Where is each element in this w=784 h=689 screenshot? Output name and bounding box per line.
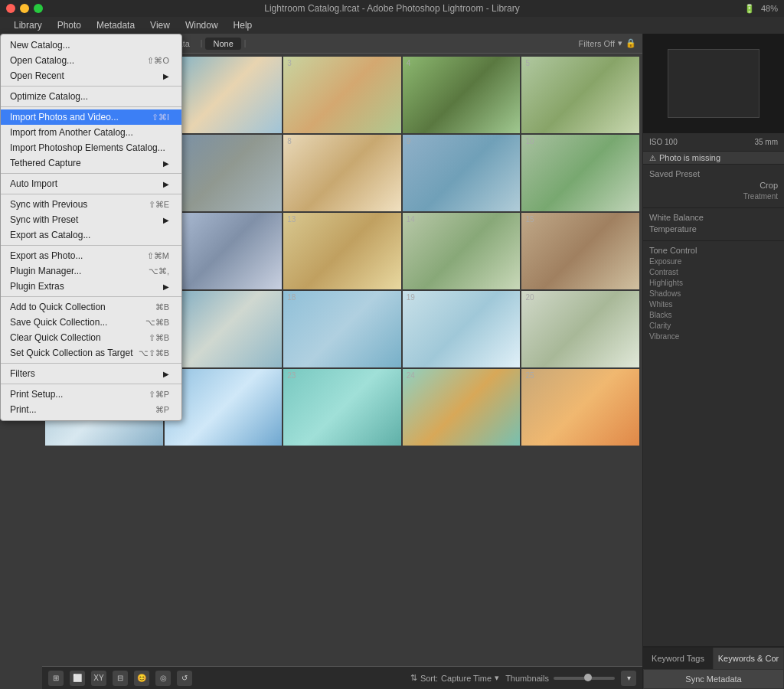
- dd-new-catalog[interactable]: New Catalog...: [1, 38, 181, 53]
- photo-missing-bar: ⚠ Photo is missing: [643, 152, 784, 165]
- photo-cell-3[interactable]: 3: [283, 57, 401, 133]
- preview-area: [643, 34, 784, 133]
- sort-section: ⇅ Sort: Capture Time ▾: [410, 673, 499, 683]
- thumbnails-label: Thumbnails: [505, 674, 549, 683]
- dd-set-quick-target[interactable]: Set Quick Collection as Target ⌥⇧⌘B: [1, 345, 181, 361]
- spray-btn[interactable]: ◎: [155, 671, 171, 686]
- dd-sep-3: [1, 173, 181, 174]
- dd-add-quick[interactable]: Add to Quick Collection ⌘B: [1, 299, 181, 315]
- grid-view-btn[interactable]: ⊞: [48, 671, 64, 686]
- sync-metadata-label: Sync Metadata: [685, 674, 741, 684]
- filter-lock-icon[interactable]: 🔒: [626, 38, 636, 48]
- dd-import-photos[interactable]: Import Photos and Video... ⇧⌘I: [1, 109, 181, 125]
- compare-view-btn[interactable]: XY: [91, 671, 106, 686]
- thumb-slider-knob: [584, 674, 592, 681]
- photo-cell-25[interactable]: 25: [521, 369, 639, 446]
- crop-value[interactable]: Crop: [760, 181, 778, 190]
- photo-cell-19[interactable]: 19: [403, 291, 521, 367]
- dd-plugin-extras[interactable]: Plugin Extras ▶: [1, 279, 181, 294]
- people-view-btn[interactable]: 😊: [134, 671, 149, 686]
- lens-label: 35 mm: [754, 138, 778, 146]
- photo-cell-24[interactable]: 24: [403, 369, 521, 446]
- menu-metadata[interactable]: Metadata: [90, 18, 141, 32]
- dd-sep-1: [1, 86, 181, 87]
- photo-cell-13[interactable]: 13: [283, 213, 401, 289]
- menu-window[interactable]: Window: [179, 18, 224, 32]
- saved-preset-section: Saved Preset Crop Treatment: [643, 165, 784, 208]
- saved-preset-row: Saved Preset: [649, 169, 778, 178]
- filter-off-label: Filters Off: [579, 39, 615, 48]
- menu-library[interactable]: Library: [8, 18, 48, 32]
- dd-auto-import[interactable]: Auto Import ▶: [1, 176, 181, 191]
- photo-missing-label: Photo is missing: [659, 153, 720, 162]
- photo-cell-8[interactable]: 8: [283, 135, 401, 211]
- temp-label: Temperature: [649, 224, 697, 233]
- photo-cell-4[interactable]: 4: [403, 57, 521, 133]
- expand-filmstrip-btn[interactable]: ▾: [621, 671, 636, 686]
- dd-sep-6: [1, 296, 181, 297]
- window-title: Lightroom Catalog.lrcat - Adobe Photosho…: [264, 3, 520, 14]
- dd-open-recent[interactable]: Open Recent ▶: [1, 68, 181, 83]
- menu-photo[interactable]: Photo: [51, 18, 87, 32]
- dd-export-catalog[interactable]: Export as Catalog...: [1, 227, 181, 243]
- contrast-row: Contrast: [649, 268, 778, 276]
- menu-bar: Library Photo Metadata View Window Help: [0, 17, 784, 34]
- dd-sync-preset[interactable]: Sync with Preset ▶: [1, 212, 181, 227]
- dd-print[interactable]: Print... ⌘P: [1, 402, 181, 417]
- dd-import-elements[interactable]: Import Photoshop Elements Catalog...: [1, 140, 181, 155]
- photo-cell-9[interactable]: 9: [403, 135, 521, 211]
- dd-open-catalog[interactable]: Open Catalog... ⇧⌘O: [1, 53, 181, 68]
- dd-import-another[interactable]: Import from Another Catalog...: [1, 125, 181, 140]
- dd-plugin-manager[interactable]: Plugin Manager... ⌥⌘,: [1, 263, 181, 279]
- sort-dropdown-icon[interactable]: ▾: [495, 673, 499, 683]
- whites-label: Whites: [649, 300, 673, 309]
- warning-icon: ⚠: [649, 154, 656, 162]
- menu-help[interactable]: Help: [227, 18, 259, 32]
- battery-label: 48%: [761, 4, 778, 13]
- sync-metadata-button[interactable]: Sync Metadata: [643, 669, 784, 689]
- vibrance-row: Vibrance: [649, 332, 778, 341]
- sort-value[interactable]: Capture Time: [441, 674, 492, 683]
- survey-view-btn[interactable]: ⊟: [113, 671, 128, 686]
- filter-dropdown-icon[interactable]: ▾: [618, 38, 622, 48]
- dd-optimize-catalog[interactable]: Optimize Catalog...: [1, 89, 181, 104]
- keywords-cor-label: Keywords & Cor: [718, 654, 779, 663]
- menu-view[interactable]: View: [144, 18, 176, 32]
- treatment-value[interactable]: Treatment: [743, 192, 778, 201]
- keyword-tags-tab[interactable]: Keyword Tags: [643, 648, 714, 669]
- tone-control-section: Tone Control Exposure Contrast Highlight…: [643, 241, 784, 647]
- photo-cell-10[interactable]: 10: [521, 135, 639, 211]
- filter-tab-none[interactable]: None: [205, 38, 240, 50]
- dd-sync-previous[interactable]: Sync with Previous ⇧⌘E: [1, 197, 181, 212]
- photo-cell-18[interactable]: 18: [283, 291, 401, 367]
- dd-save-quick[interactable]: Save Quick Collection... ⌥⌘B: [1, 315, 181, 330]
- photo-cell-14[interactable]: 14: [403, 213, 521, 289]
- right-panel-bottom: Keyword Tags Keywords & Cor Sync Metadat…: [643, 647, 784, 689]
- dd-export-photo[interactable]: Export as Photo... ⇧⌘M: [1, 248, 181, 263]
- rotate-btn[interactable]: ↺: [177, 671, 192, 686]
- dd-tethered[interactable]: Tethered Capture ▶: [1, 155, 181, 171]
- close-button[interactable]: [6, 4, 15, 13]
- photo-cell-23[interactable]: 23: [283, 369, 401, 446]
- dd-sep-5: [1, 245, 181, 246]
- photo-cell-5[interactable]: 5: [521, 57, 639, 133]
- dd-print-setup[interactable]: Print Setup... ⇧⌘P: [1, 387, 181, 402]
- clarity-label: Clarity: [649, 322, 671, 330]
- title-bar: Lightroom Catalog.lrcat - Adobe Photosho…: [0, 0, 784, 17]
- shadows-label: Shadows: [649, 289, 681, 298]
- photo-meta-row: ISO 100 35 mm: [643, 133, 784, 152]
- minimize-button[interactable]: [20, 4, 29, 13]
- maximize-button[interactable]: [34, 4, 43, 13]
- loupe-view-btn[interactable]: ⬜: [70, 671, 85, 686]
- dd-clear-quick[interactable]: Clear Quick Collection ⇧⌘B: [1, 330, 181, 345]
- file-dropdown-menu: New Catalog... Open Catalog... ⇧⌘O Open …: [0, 34, 182, 421]
- wb-row: White Balance: [649, 213, 778, 222]
- thumbnail-size-slider[interactable]: [554, 677, 615, 680]
- keyword-tabs: Keyword Tags Keywords & Cor: [643, 648, 784, 669]
- keywords-cor-tab[interactable]: Keywords & Cor: [714, 648, 784, 669]
- highlights-label: Highlights: [649, 279, 683, 287]
- sort-arrows-icon: ⇅: [410, 673, 417, 683]
- photo-cell-15[interactable]: 15: [521, 213, 639, 289]
- dd-filters[interactable]: Filters ▶: [1, 366, 181, 381]
- photo-cell-20[interactable]: 20: [521, 291, 639, 367]
